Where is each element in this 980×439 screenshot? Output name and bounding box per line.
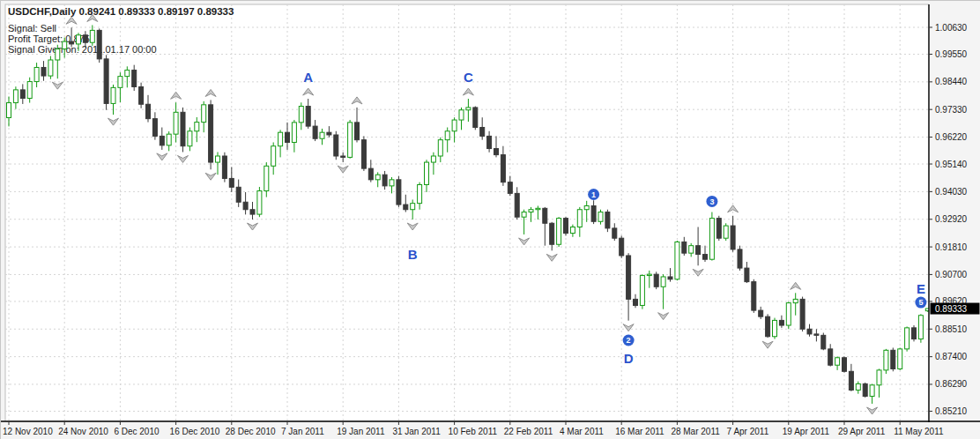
bull-candle-body [647,274,651,275]
bear-candle-body [508,182,512,194]
price-tick-label: 0.86290 [935,379,968,389]
wave-letter-E: E [917,281,925,296]
bear-candle-body [334,135,338,156]
bear-candle-body [634,299,638,305]
date-tick-label: 10 Feb 2011 [449,427,498,436]
bull-candle-body [174,112,178,134]
bear-candle-body [605,212,610,228]
bear-candle-body [97,30,101,58]
bull-candle-body [870,385,874,397]
price-tick-label: 0.96220 [935,132,968,142]
bear-candle-body [160,136,164,145]
wave-number-text: 1 [591,190,596,199]
bear-candle-body [70,41,74,44]
wave-letter-D: D [624,351,634,366]
bear-candle-body [731,226,735,249]
bull-candle-body [375,175,380,180]
wave-number-text: 5 [918,298,923,307]
date-tick-label: 7 Jan 2011 [281,427,324,436]
bear-candle-body [779,320,783,325]
bull-candle-body [793,299,798,302]
bull-candle-body [125,71,130,77]
bull-candle-body [111,87,115,103]
bear-candle-body [41,67,46,76]
bear-candle-body [494,149,499,155]
bull-candle-body [675,242,679,279]
price-tick-label: 0.92920 [935,214,968,224]
date-tick-label: 12 Nov 2010 [3,427,53,436]
bear-candle-body [286,132,290,142]
bull-candle-body [598,212,603,222]
bull-candle-body [27,82,32,99]
bull-candle-body [63,41,67,48]
bear-candle-body [515,193,519,217]
date-tick-label: 24 Nov 2010 [58,427,108,436]
bull-candle-body [884,350,888,370]
bear-candle-body [355,123,360,140]
bull-candle-body [348,123,353,158]
bear-candle-body [181,112,185,145]
bear-candle-body [209,105,213,162]
bull-candle-body [856,383,860,390]
bear-candle-body [20,90,25,99]
bull-candle-body [195,123,199,131]
bull-candle-body [431,156,435,162]
date-tick-label: 28 Dec 2010 [226,427,276,436]
bear-candle-body [564,219,568,234]
bear-candle-body [828,349,833,365]
date-tick-label: 29 Apr 2011 [838,427,886,436]
signal-line: Signal: Sell [8,23,56,33]
bear-candle-body [668,277,672,279]
profit-target-line: Profit Target: 0.8757 [8,33,95,44]
bull-candle-body [320,132,324,138]
bear-candle-body [306,107,310,127]
bull-candle-body [292,123,296,143]
bear-candle-body [849,371,853,390]
price-tick-label: 0.95140 [935,160,968,169]
bull-candle-body [835,358,840,365]
bull-candle-body [48,60,53,76]
bear-candle-body [863,383,867,396]
bear-candle-body [807,329,812,334]
bear-candle-body [236,187,241,202]
wave-letter-B: B [408,247,418,262]
date-tick-label: 19 Apr 2011 [783,427,830,436]
date-tick-label: 4 Mar 2011 [560,427,604,436]
usdchf-daily-price-chart[interactable]: USDCHF,Daily 0.89241 0.89333 0.89197 0.8… [1,1,980,439]
bear-candle-body [550,223,554,244]
bull-candle-body [216,156,220,162]
bull-candle-body [264,166,269,190]
bear-candle-body [912,328,917,339]
bear-candle-body [501,155,505,182]
bear-candle-body [612,228,617,238]
plot-area[interactable] [5,4,929,421]
date-tick-label: 16 Mar 2011 [615,427,664,436]
bull-candle-body [56,49,60,60]
bull-candle-body [640,276,644,306]
bull-candle-body [425,162,429,184]
bear-candle-body [745,268,749,282]
bear-candle-body [759,310,763,316]
bear-candle-body [382,175,387,186]
bull-candle-body [257,191,262,215]
wave-letter-C: C [464,70,473,85]
price-tick-label: 0.91810 [935,242,968,252]
bull-candle-body [452,120,457,131]
bull-candle-body [34,67,39,81]
bull-candle-body [786,303,791,325]
bear-candle-body [800,299,805,329]
bear-candle-body [543,208,547,223]
bull-candle-body [278,132,283,146]
bear-candle-body [696,246,701,255]
price-tick-label: 0.98440 [935,77,968,86]
bull-candle-body [77,35,81,44]
bull-candle-body [898,349,902,369]
mt4-chart-window: USDCHF,Daily 0.89241 0.89333 0.89197 0.8… [0,0,980,439]
bull-candle-body [411,204,415,210]
signal-given-line: Signal Given on: 2011.01.17 00:00 [8,44,157,55]
bear-candle-body [146,104,151,118]
bull-candle-body [577,210,582,227]
price-tick-label: 0.85210 [935,406,968,416]
bear-candle-body [480,128,485,137]
price-tick-label: 0.87400 [935,352,968,361]
